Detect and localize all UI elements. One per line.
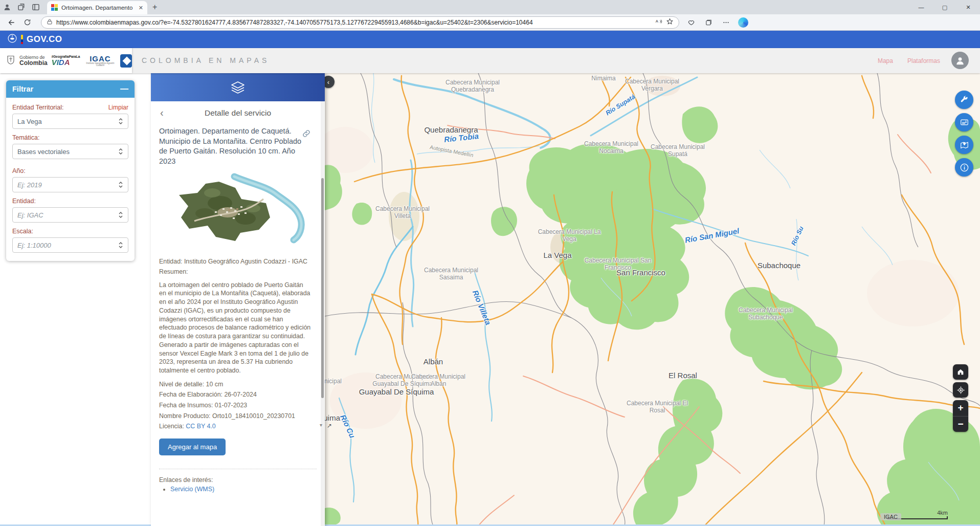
header-nav: Mapa Plataformas xyxy=(878,57,940,64)
tematica-label: Temática: xyxy=(12,134,128,141)
map-attribution[interactable]: IGAC xyxy=(880,513,901,520)
entidad-territorial-select[interactable]: La Vega xyxy=(12,114,128,129)
home-extent-button[interactable] xyxy=(953,364,968,380)
home-icon xyxy=(956,368,965,376)
nav-mapa[interactable]: Mapa xyxy=(878,57,893,64)
maximize-button[interactable]: ▢ xyxy=(933,0,956,14)
entity-line: Entidad: Instituto Geográfico Agustin Co… xyxy=(159,257,311,266)
entidad-territorial-value: La Vega xyxy=(17,118,42,125)
browser-essentials-icon[interactable] xyxy=(683,16,699,29)
detail-input-date: Fecha de Insumos: 01-07-2023 xyxy=(159,401,311,410)
card-icon xyxy=(960,118,969,127)
ano-label: Año: xyxy=(12,167,128,174)
entidad-label: Entidad: xyxy=(12,198,128,205)
summary-label: Resumen: xyxy=(159,268,311,276)
tab-group-icon[interactable] xyxy=(14,2,29,13)
address-bar[interactable]: https://www.colombiaenmapas.gov.co/?e=-7… xyxy=(41,16,679,29)
favorites-star-icon[interactable] xyxy=(666,18,674,27)
scrollbar-thumb[interactable] xyxy=(321,178,324,398)
links-of-interest: Enlaces de interés: Servicio (WMS) xyxy=(159,476,311,493)
map-expand-icon[interactable]: ↗ xyxy=(327,422,332,429)
browser-tab-strip: Ortoimagen. Departamento de Ca ✕ + — ▢ ✕ xyxy=(0,0,980,14)
site-favicon-icon xyxy=(51,4,58,11)
collapse-minus-icon[interactable]: — xyxy=(120,84,128,94)
geolocate-button[interactable] xyxy=(953,382,968,398)
tools-button[interactable] xyxy=(955,91,973,109)
colombia-flag-icon xyxy=(21,35,23,44)
back-icon[interactable] xyxy=(4,16,19,29)
browser-window: Ortoimagen. Departamento de Ca ✕ + — ▢ ✕… xyxy=(0,0,980,526)
map-pin-icon xyxy=(960,140,969,149)
user-avatar[interactable] xyxy=(951,52,969,69)
zoom-out-button[interactable]: − xyxy=(953,417,968,432)
zoom-in-button[interactable]: + xyxy=(953,400,968,417)
service-metadata: Entidad: Instituto Geográfico Agustin Co… xyxy=(159,257,311,431)
escala-label: Escala: xyxy=(12,228,128,235)
detail-elaboration-date: Fecha de Elaboración: 26-07-2024 xyxy=(159,390,311,400)
refresh-icon[interactable] xyxy=(19,16,35,29)
govco-logo-text[interactable]: GOV.CO xyxy=(27,34,62,45)
entidad-territorial-label: Entidad Territorial: xyxy=(12,104,64,111)
close-button[interactable]: ✕ xyxy=(956,0,980,14)
back-chevron-icon[interactable]: ‹ xyxy=(160,107,164,118)
zoom-controls: + − xyxy=(953,400,968,432)
copilot-icon[interactable] xyxy=(736,16,751,29)
svg-text:A: A xyxy=(656,19,659,24)
site-header: Gobierno de Colombia #GeografíaParaLa VI… xyxy=(0,48,980,73)
read-aloud-icon[interactable]: A xyxy=(655,18,662,27)
license-line: Licencia: CC BY 4.0 xyxy=(159,422,311,431)
nav-plataformas[interactable]: Plataformas xyxy=(907,57,940,64)
window-controls: — ▢ ✕ xyxy=(909,0,980,14)
settings-ellipsis-icon[interactable] xyxy=(718,16,733,29)
escala-select[interactable]: Ej: 1:10000 xyxy=(12,237,128,253)
add-to-map-button[interactable]: Agregar al mapa xyxy=(159,439,226,455)
escala-placeholder: Ej: 1:10000 xyxy=(17,242,51,249)
wms-service-link[interactable]: Servicio (WMS) xyxy=(170,486,214,493)
license-label: Licencia: xyxy=(159,423,186,430)
govco-bar: GOV.CO xyxy=(0,31,980,48)
tab-close-icon[interactable]: ✕ xyxy=(139,5,143,11)
entidad-placeholder: Ej: IGAC xyxy=(17,211,43,219)
map-canvas[interactable] xyxy=(325,73,980,526)
panel-scrollbar[interactable] xyxy=(321,101,324,526)
clear-filters-link[interactable]: Limpiar xyxy=(108,104,128,111)
service-thumbnail-image[interactable] xyxy=(159,172,311,246)
vida-logo: #GeografíaParaLa VIDA xyxy=(52,55,80,67)
ano-select[interactable]: Ej: 2019 xyxy=(12,177,128,192)
ano-placeholder: Ej: 2019 xyxy=(17,181,42,189)
filter-title: Filtrar xyxy=(12,85,33,93)
select-chevrons-icon xyxy=(118,211,123,218)
profile-icon[interactable] xyxy=(0,2,14,13)
tematica-value: Bases vectoriales xyxy=(17,148,70,156)
logo-card: Gobierno de Colombia #GeografíaParaLa VI… xyxy=(0,48,132,73)
browser-toolbar: https://www.colombiaenmapas.gov.co/?e=-7… xyxy=(0,14,980,31)
new-tab-button[interactable]: + xyxy=(152,3,157,12)
scroll-down-icon[interactable]: ▾ xyxy=(320,422,322,428)
collections-icon[interactable] xyxy=(701,16,716,29)
minimize-button[interactable]: — xyxy=(909,0,933,14)
active-tab[interactable]: Ortoimagen. Departamento de Ca ✕ xyxy=(47,1,147,14)
select-chevrons-icon xyxy=(118,148,123,155)
filter-body: Entidad Territorial: Limpiar La Vega Tem… xyxy=(6,98,135,261)
links-label: Enlaces de interés: xyxy=(159,476,213,484)
igac-word: IGAC xyxy=(84,55,116,62)
filter-sidebar: Filtrar — Entidad Territorial: Limpiar L… xyxy=(0,73,151,526)
share-link-icon[interactable] xyxy=(302,129,310,140)
gobierno-logo: Gobierno de Colombia xyxy=(19,55,48,66)
vertical-tabs-icon[interactable] xyxy=(29,2,43,13)
select-chevrons-icon xyxy=(118,181,123,188)
info-button[interactable] xyxy=(955,158,973,177)
basemap-button[interactable] xyxy=(955,113,973,132)
select-chevrons-icon xyxy=(118,118,123,125)
service-title: Ortoimagen. Departamento de Caquetá. Mun… xyxy=(159,126,311,166)
vida-word: VIDA xyxy=(52,58,80,66)
panel-header xyxy=(151,73,325,101)
map-viewport[interactable]: Cabecera Municipal QuebradanegraQuebrada… xyxy=(325,73,980,526)
service-detail-panel: ‹ Detalle del servicio Ortoimagen. Depar… xyxy=(151,73,325,526)
gobierno-line2: Colombia xyxy=(19,60,48,66)
tematica-select[interactable]: Bases vectoriales xyxy=(12,144,128,159)
location-map-button[interactable] xyxy=(955,136,973,154)
entidad-select[interactable]: Ej: IGAC xyxy=(12,207,128,223)
license-link[interactable]: CC BY 4.0 xyxy=(186,423,215,430)
filter-header[interactable]: Filtrar — xyxy=(6,80,135,98)
